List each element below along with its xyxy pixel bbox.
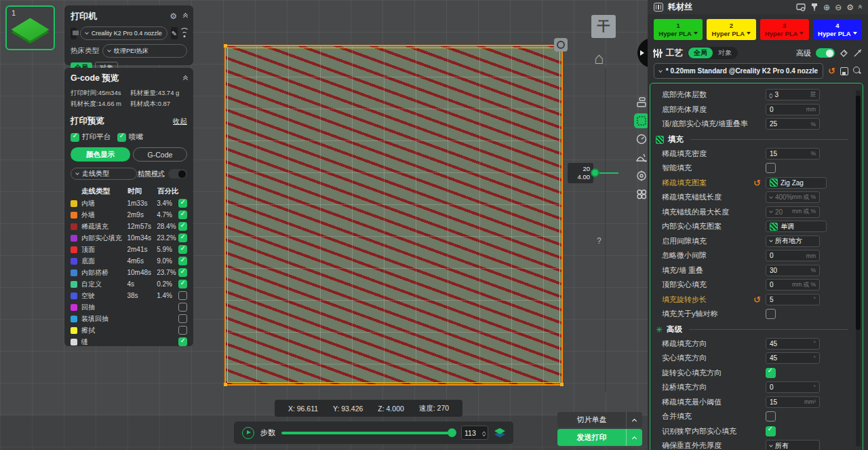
setting-input[interactable]: 0mm — [766, 104, 820, 115]
setting-checkbox[interactable] — [766, 163, 776, 173]
setting-checkbox[interactable] — [766, 368, 776, 378]
settings-scrollbar-thumb[interactable] — [856, 96, 861, 330]
setting-input[interactable]: 3层 — [766, 89, 820, 100]
setting-checkbox[interactable] — [766, 426, 776, 436]
send-print-button[interactable]: 发送打印 — [557, 429, 642, 446]
printer-panel-collapse-icon[interactable] — [184, 14, 187, 18]
help-icon[interactable]: ? — [597, 236, 601, 246]
setting-input[interactable]: 0mm 或 % — [766, 279, 820, 290]
setting-input[interactable]: 30% — [766, 265, 820, 276]
terrain-icon[interactable] — [634, 150, 649, 165]
palette-icon[interactable] — [840, 49, 848, 58]
simple-mode-toggle[interactable] — [168, 169, 187, 179]
layer-slider-track[interactable] — [605, 68, 606, 392]
line-type-visibility-checkbox[interactable] — [178, 233, 187, 242]
filament-dropdown-arrow[interactable] — [694, 32, 698, 35]
filament-collapse-icon[interactable] — [859, 5, 862, 9]
view-cube[interactable]: 干 — [591, 15, 616, 38]
advanced-toggle[interactable] — [816, 48, 835, 58]
speed-gauge-icon[interactable] — [634, 132, 649, 147]
process-tab-object[interactable]: 对象 — [713, 48, 737, 58]
step-slider-handle[interactable] — [448, 428, 456, 437]
line-type-visibility-checkbox[interactable] — [178, 280, 187, 288]
setting-input[interactable]: 0mm — [766, 250, 820, 261]
save-preset-icon[interactable] — [840, 67, 848, 75]
gcode-view-button[interactable]: G-Code — [133, 147, 187, 162]
play-icon[interactable] — [242, 427, 254, 439]
line-type-visibility-checkbox[interactable] — [178, 245, 187, 254]
model-gizmo-handle[interactable] — [554, 38, 568, 52]
print-options-chevron[interactable] — [626, 429, 642, 446]
printer-select[interactable]: Creality K2 Pro 0.4 nozzle — [80, 26, 167, 40]
checkbox-icon[interactable] — [71, 133, 79, 142]
line-type-visibility-checkbox[interactable] — [178, 199, 187, 208]
setting-select[interactable]: 单调 — [766, 221, 827, 232]
setting-input[interactable]: 5° — [766, 294, 820, 305]
filament-slot-4[interactable]: 4Hyper PLA — [813, 19, 862, 40]
sliced-model-preview[interactable] — [224, 45, 563, 386]
line-type-visibility-checkbox[interactable] — [178, 314, 187, 323]
filament-dropdown-arrow[interactable] — [800, 32, 804, 35]
line-type-visibility-checkbox[interactable] — [178, 326, 187, 335]
plate-thumbnail[interactable]: 1 — [5, 5, 55, 50]
preset-select[interactable]: * 0.20mm Standard @Creality K2 Pro 0.4 n… — [654, 63, 823, 79]
setting-input[interactable]: 15mm² — [766, 396, 820, 408]
line-type-visibility-checkbox[interactable] — [178, 257, 187, 265]
setting-select[interactable]: Zig Zag — [766, 177, 827, 189]
tune-icon[interactable] — [853, 49, 862, 58]
layer-slider-handle[interactable] — [591, 168, 599, 177]
setting-select[interactable]: 所有 — [766, 440, 820, 450]
reset-setting-icon[interactable]: ↺ — [753, 179, 761, 187]
preset-undo-icon[interactable]: ↺ — [828, 67, 835, 75]
setting-select[interactable]: 400%mm 或 % — [766, 191, 820, 203]
line-type-visibility-checkbox[interactable] — [178, 210, 187, 219]
preview-checkbox[interactable]: 喷嘴 — [117, 132, 143, 142]
gcode-panel-collapse-icon[interactable] — [184, 77, 187, 81]
preview-checkbox[interactable]: 打印平台 — [71, 132, 111, 142]
remove-filament-icon[interactable]: ⊖ — [835, 3, 842, 12]
line-type-visibility-checkbox[interactable] — [178, 268, 187, 277]
setting-input[interactable]: 0° — [766, 381, 820, 393]
printer-settings-gear-icon[interactable]: ⚙ — [170, 12, 177, 20]
filament-dropdown-arrow[interactable] — [853, 32, 857, 35]
machine-settings-icon[interactable] — [634, 168, 649, 183]
step-value-input[interactable]: 113 — [461, 426, 488, 440]
step-spinner[interactable] — [483, 430, 486, 436]
layers-icon[interactable] — [494, 428, 505, 438]
apps-icon[interactable] — [634, 187, 649, 202]
filament-slot-1[interactable]: 1Hyper PLA — [654, 19, 703, 40]
preview-mode-icon[interactable] — [634, 113, 649, 128]
setting-input[interactable]: 45° — [766, 338, 820, 350]
slice-plate-button[interactable]: 切片单盘 — [557, 412, 642, 428]
search-settings-icon[interactable] — [853, 67, 862, 75]
line-type-visibility-checkbox[interactable] — [178, 303, 187, 312]
setting-input[interactable]: 15% — [766, 148, 820, 160]
process-tab-global[interactable]: 全局 — [688, 48, 713, 58]
edit-printer-icon[interactable]: ✎ — [171, 27, 178, 39]
nozzle-icon[interactable] — [810, 3, 818, 12]
line-type-visibility-checkbox[interactable] — [178, 291, 187, 300]
line-type-visibility-checkbox[interactable] — [178, 222, 187, 231]
slice-options-chevron[interactable] — [626, 412, 642, 428]
object-list-icon[interactable] — [634, 95, 649, 110]
line-type-select[interactable]: 走线类型 — [71, 168, 137, 180]
color-display-button[interactable]: 颜色显示 — [71, 147, 130, 162]
add-filament-icon[interactable]: ⊕ — [823, 3, 830, 12]
filament-dropdown-arrow[interactable] — [747, 32, 751, 35]
setting-checkbox[interactable] — [766, 309, 776, 319]
setting-select[interactable]: 所有地方 — [766, 236, 820, 247]
setting-select[interactable]: 20mm 或 % — [766, 206, 820, 218]
setting-input[interactable]: 45° — [766, 352, 820, 364]
filament-slot-2[interactable]: 2Hyper PLA — [707, 19, 755, 40]
wifi-icon[interactable] — [181, 30, 187, 37]
line-type-visibility-checkbox[interactable] — [178, 337, 187, 346]
home-view-icon[interactable]: ⌂ — [594, 50, 604, 67]
filament-slot-3[interactable]: 3Hyper PLA — [760, 19, 809, 40]
bed-type-select[interactable]: 纹理PEI热床 — [102, 44, 187, 58]
ams-icon[interactable] — [796, 3, 806, 12]
reset-setting-icon[interactable]: ↺ — [753, 295, 761, 304]
step-slider-track[interactable] — [281, 432, 455, 434]
collapse-link[interactable]: 收起 — [173, 117, 187, 126]
settings-scrollbar[interactable] — [856, 90, 861, 447]
checkbox-icon[interactable] — [117, 133, 126, 142]
